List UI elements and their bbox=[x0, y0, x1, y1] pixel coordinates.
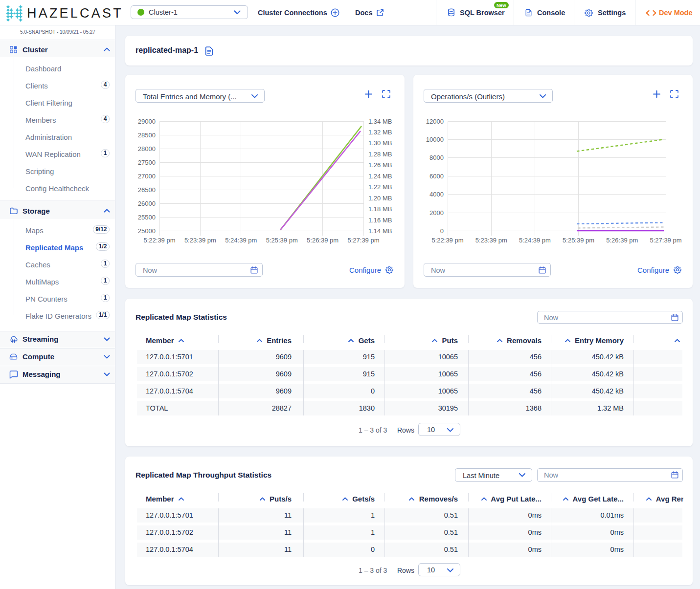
svg-text:25000: 25000 bbox=[138, 227, 156, 235]
svg-text:5:25:39 pm: 5:25:39 pm bbox=[266, 237, 298, 244]
svg-text:27000: 27000 bbox=[138, 173, 156, 180]
svg-text:27500: 27500 bbox=[138, 159, 156, 166]
svg-text:8000: 8000 bbox=[429, 154, 444, 161]
svg-text:5:26:39 pm: 5:26:39 pm bbox=[307, 237, 339, 244]
svg-text:5:23:39 pm: 5:23:39 pm bbox=[475, 237, 507, 244]
svg-text:1.34 MB: 1.34 MB bbox=[368, 118, 392, 125]
svg-text:25500: 25500 bbox=[138, 214, 156, 221]
svg-text:4000: 4000 bbox=[429, 191, 444, 198]
svg-text:1.30 MB: 1.30 MB bbox=[368, 139, 392, 147]
svg-text:1.22 MB: 1.22 MB bbox=[368, 183, 392, 191]
svg-text:5:23:39 pm: 5:23:39 pm bbox=[184, 237, 216, 244]
svg-text:2000: 2000 bbox=[429, 209, 444, 217]
svg-text:29000: 29000 bbox=[138, 118, 156, 125]
svg-text:5:25:39 pm: 5:25:39 pm bbox=[563, 237, 594, 244]
svg-text:1.14 MB: 1.14 MB bbox=[368, 227, 392, 235]
svg-text:10000: 10000 bbox=[426, 136, 444, 143]
svg-text:5:27:39 pm: 5:27:39 pm bbox=[347, 237, 379, 244]
svg-text:1.28 MB: 1.28 MB bbox=[368, 151, 392, 158]
svg-text:5:26:39 pm: 5:26:39 pm bbox=[606, 237, 638, 244]
svg-text:0: 0 bbox=[440, 227, 444, 235]
svg-text:28500: 28500 bbox=[138, 131, 156, 139]
svg-text:26000: 26000 bbox=[138, 200, 156, 207]
svg-text:1.20 MB: 1.20 MB bbox=[368, 195, 392, 202]
svg-text:1.24 MB: 1.24 MB bbox=[368, 173, 392, 180]
svg-text:1.18 MB: 1.18 MB bbox=[368, 205, 392, 213]
svg-text:28000: 28000 bbox=[138, 145, 156, 153]
svg-text:1.26 MB: 1.26 MB bbox=[368, 161, 392, 169]
svg-text:5:27:39 pm: 5:27:39 pm bbox=[650, 237, 681, 244]
svg-text:6000: 6000 bbox=[429, 173, 444, 180]
svg-text:26500: 26500 bbox=[138, 186, 156, 194]
svg-text:12000: 12000 bbox=[426, 118, 444, 125]
svg-text:1.32 MB: 1.32 MB bbox=[368, 129, 392, 136]
svg-text:5:22:39 pm: 5:22:39 pm bbox=[143, 237, 175, 244]
svg-text:5:22:39 pm: 5:22:39 pm bbox=[431, 237, 463, 244]
svg-text:5:24:39 pm: 5:24:39 pm bbox=[519, 237, 551, 244]
svg-text:1.16 MB: 1.16 MB bbox=[368, 217, 392, 224]
svg-text:5:24:39 pm: 5:24:39 pm bbox=[225, 237, 257, 244]
